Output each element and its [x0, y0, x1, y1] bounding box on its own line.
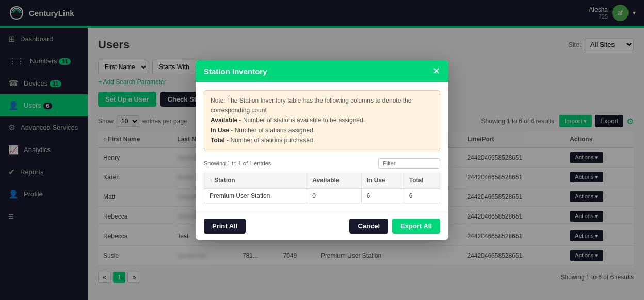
- note-available-text: - Number of stations available to be ass…: [237, 116, 365, 124]
- note-text: Note: The Station Inventory table has th…: [211, 97, 411, 114]
- note-total-label: Total: [211, 137, 225, 144]
- export-all-button[interactable]: Export All: [392, 219, 440, 234]
- inner-table-controls: Showing 1 to 1 of 1 entries: [204, 158, 440, 169]
- in-use-cell: 6: [361, 188, 404, 204]
- station-inventory-modal: Station Inventory ✕ Note: The Station In…: [196, 60, 448, 240]
- modal-title: Station Inventory: [204, 67, 267, 76]
- modal-body: Note: The Station Inventory table has th…: [196, 82, 448, 212]
- inner-entries-text: Showing 1 to 1 of 1 entries: [204, 160, 271, 166]
- note-available-label: Available: [211, 116, 237, 124]
- modal-close-button[interactable]: ✕: [432, 66, 440, 76]
- modal-footer: Print All Cancel Export All: [196, 212, 448, 240]
- col-in-use[interactable]: In Use: [361, 173, 404, 188]
- modal-note: Note: The Station Inventory table has th…: [204, 90, 440, 151]
- note-total-text: - Number of stations purchased.: [225, 137, 315, 144]
- modal-overlay[interactable]: Station Inventory ✕ Note: The Station In…: [0, 0, 644, 300]
- inventory-table-row: Premium User Station 0 6 6: [204, 188, 440, 204]
- print-all-button[interactable]: Print All: [204, 219, 246, 234]
- note-in-use-text: - Number of stations assigned.: [229, 127, 315, 134]
- col-available[interactable]: Available: [307, 173, 361, 188]
- modal-footer-right: Cancel Export All: [349, 219, 440, 234]
- total-cell: 6: [404, 188, 440, 204]
- available-cell: 0: [307, 188, 361, 204]
- station-cell: Premium User Station: [204, 188, 307, 204]
- station-inventory-table: ↑Station Available In Use Total Premium …: [204, 173, 440, 204]
- col-station[interactable]: ↑Station: [204, 173, 307, 188]
- filter-input[interactable]: [378, 158, 440, 169]
- modal-header: Station Inventory ✕: [196, 60, 448, 82]
- cancel-button[interactable]: Cancel: [349, 219, 388, 234]
- note-in-use-label: In Use: [211, 127, 229, 134]
- col-total[interactable]: Total: [404, 173, 440, 188]
